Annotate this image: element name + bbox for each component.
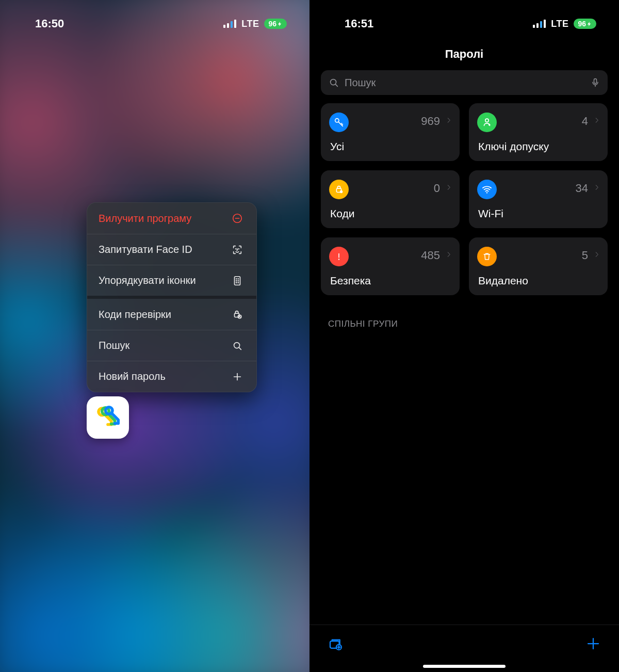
card-count: 5 [582,249,588,262]
chevron-right-icon [593,182,600,195]
search-bar[interactable] [321,70,608,95]
svg-rect-4 [235,276,240,285]
card-count: 0 [434,182,440,195]
lock-clock-icon [230,307,245,322]
status-bar-left: 16:50 LTE 96 [0,11,310,36]
status-bar-right: 16:51 LTE 96 [310,11,619,36]
card-deleted[interactable]: 5 Видалено [469,237,608,295]
chevron-right-icon [445,182,452,195]
svg-point-25 [488,124,491,126]
chevron-right-icon [445,249,452,262]
svg-point-28 [486,192,487,193]
cell-signal-icon [533,20,546,28]
status-right: LTE 96 [533,19,596,29]
menu-new-password[interactable]: Новий пароль [87,361,256,392]
menu-search[interactable]: Пошук [87,330,256,361]
battery-indicator: 96 [264,19,287,29]
network-label: LTE [241,19,259,29]
card-all[interactable]: 969 Усі [321,103,460,161]
menu-require-faceid[interactable]: Запитувати Face ID [87,234,256,265]
svg-point-3 [238,248,239,249]
mic-icon[interactable] [590,76,600,89]
chevron-right-icon [593,249,600,262]
card-codes[interactable]: 0 Коди [321,170,460,228]
key-icon [329,113,349,132]
card-count: 34 [576,182,588,195]
status-right: LTE 96 [223,19,287,29]
menu-arrange-label: Упорядкувати іконки [99,275,196,286]
person-key-icon [477,113,497,132]
passwords-app-icon[interactable] [87,396,129,439]
keys-icon [94,404,122,431]
card-count: 485 [421,249,440,262]
home-screen-pane: 16:50 LTE 96 Вилучити програму Запитуват… [0,0,310,672]
context-menu: Вилучити програму Запитувати Face ID Упо… [87,202,257,392]
add-button[interactable] [583,633,604,654]
plus-icon [230,369,245,385]
card-security[interactable]: 485 Безпека [321,237,460,295]
svg-rect-22 [594,79,597,84]
card-label: Коди [330,207,354,220]
card-passkeys[interactable]: 4 Ключі допуску [469,103,608,161]
svg-point-6 [238,278,238,279]
svg-point-27 [340,190,343,194]
cell-signal-icon [223,20,236,28]
network-label: LTE [551,19,568,29]
card-label: Усі [330,140,344,153]
svg-point-7 [236,280,237,281]
svg-point-24 [485,119,488,122]
menu-faceid-label: Запитувати Face ID [99,244,192,255]
svg-line-21 [335,84,337,86]
card-count: 969 [421,115,440,128]
menu-delete-app[interactable]: Вилучити програму [87,203,256,234]
trash-icon [477,247,497,266]
wifi-icon [477,180,497,199]
home-indicator[interactable] [423,665,506,668]
apps-grid-icon [230,273,245,289]
menu-search-label: Пошук [99,340,129,351]
search-icon [230,338,245,354]
svg-point-5 [236,278,237,279]
menu-arrange-icons[interactable]: Упорядкувати іконки [87,265,256,296]
chevron-right-icon [445,115,452,128]
shared-groups-header: СПІЛЬНІ ГРУПИ [328,319,398,329]
svg-point-9 [236,282,237,283]
card-count: 4 [582,115,588,128]
faceid-icon [230,242,245,258]
menu-verification-codes[interactable]: Коди перевірки [87,299,256,330]
page-title: Паролі [310,47,619,61]
menu-codes-label: Коди перевірки [99,309,171,321]
card-wifi[interactable]: 34 Wi-Fi [469,170,608,228]
search-icon [328,77,339,88]
card-label: Безпека [330,275,371,287]
svg-point-2 [236,248,236,249]
battery-indicator: 96 [574,19,596,29]
passwords-app-pane: 16:51 LTE 96 Паролі 969 Усі 4 Ключі допу… [310,0,619,672]
lock-clock-icon [329,180,349,199]
chevron-right-icon [593,115,600,128]
status-time: 16:51 [345,17,373,30]
menu-delete-label: Вилучити програму [99,213,191,225]
card-label: Wi-Fi [478,207,503,220]
search-input[interactable] [345,77,585,89]
svg-line-14 [239,347,241,349]
add-group-button[interactable] [325,633,346,654]
card-label: Видалено [478,275,528,287]
minus-circle-icon [230,211,245,226]
svg-point-30 [338,259,339,260]
card-label: Ключі допуску [478,140,549,153]
svg-point-8 [238,280,238,281]
svg-point-10 [238,282,238,283]
status-time: 16:50 [35,17,64,30]
alert-icon [329,247,349,266]
category-grid: 969 Усі 4 Ключі допуску 0 Коди 34 Wi-Fi [321,103,608,295]
menu-newpass-label: Новий пароль [99,371,166,382]
